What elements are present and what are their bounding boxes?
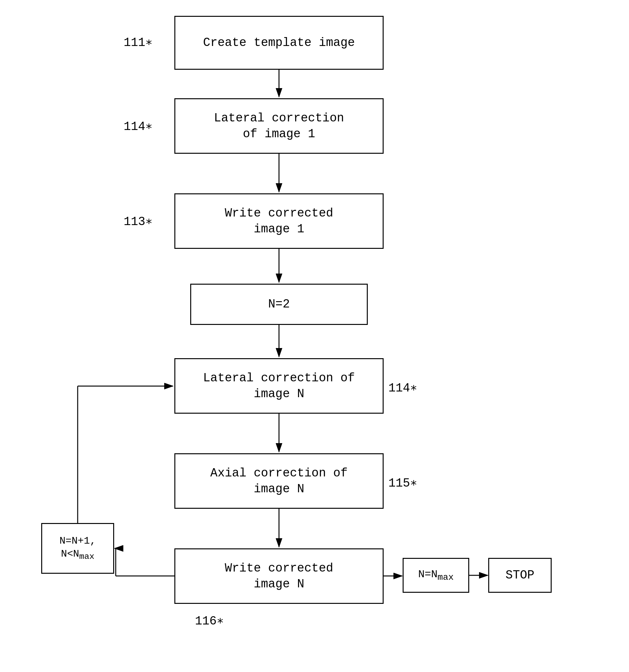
- box-write-corrected-n-label: Write correctedimage N: [225, 560, 333, 592]
- box-stop: STOP: [488, 558, 552, 593]
- box-lateral-correction-1-label: Lateral correctionof image 1: [214, 110, 344, 142]
- label-115: 115∗: [388, 476, 417, 490]
- label-116: 116∗: [195, 614, 224, 628]
- box-n-loop: N=N+1,N<Nmax: [41, 523, 114, 574]
- box-lateral-correction-1: Lateral correctionof image 1: [174, 98, 383, 154]
- box-stop-label: STOP: [505, 568, 534, 583]
- box-n-loop-label: N=N+1,N<Nmax: [59, 534, 96, 562]
- box-n-max-label: N=Nmax: [418, 568, 454, 583]
- flowchart-diagram: Create template image 111∗ Lateral corre…: [0, 0, 629, 672]
- box-create-template-label: Create template image: [203, 35, 355, 50]
- box-lateral-correction-n: Lateral correction ofimage N: [174, 358, 383, 414]
- box-write-corrected-n: Write correctedimage N: [174, 548, 383, 604]
- box-n-equals-2: N=2: [190, 284, 368, 325]
- box-write-corrected-1-label: Write correctedimage 1: [225, 206, 333, 237]
- label-113: 113∗: [124, 214, 153, 229]
- box-axial-correction-n: Axial correction ofimage N: [174, 453, 383, 509]
- box-lateral-correction-n-label: Lateral correction ofimage N: [203, 370, 355, 402]
- box-axial-correction-n-label: Axial correction ofimage N: [210, 465, 348, 497]
- label-114b: 114∗: [388, 380, 417, 395]
- label-114a: 114∗: [124, 119, 153, 134]
- box-n-equals-2-label: N=2: [268, 296, 290, 312]
- label-111: 111∗: [124, 35, 153, 49]
- box-write-corrected-1: Write correctedimage 1: [174, 193, 383, 249]
- box-n-max: N=Nmax: [403, 558, 469, 593]
- box-create-template: Create template image: [174, 16, 383, 70]
